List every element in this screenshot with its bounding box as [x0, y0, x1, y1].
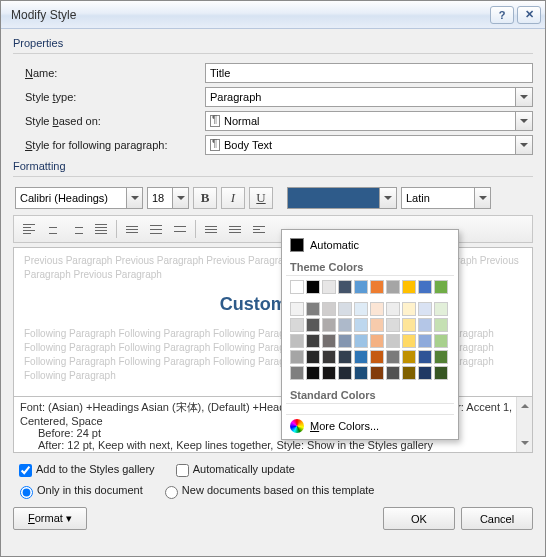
color-swatch[interactable] [354, 350, 368, 364]
scrollbar[interactable] [516, 397, 532, 452]
style-type-select[interactable]: Paragraph [205, 87, 533, 107]
color-swatch[interactable] [290, 280, 304, 294]
align-left-button[interactable] [18, 219, 40, 239]
color-swatch[interactable] [338, 280, 352, 294]
color-swatch[interactable] [322, 302, 336, 316]
color-swatch[interactable] [290, 350, 304, 364]
color-swatch[interactable] [386, 302, 400, 316]
style-type-label: Style type: [25, 91, 205, 103]
bold-button[interactable]: B [193, 187, 217, 209]
new-docs-radio[interactable]: New documents based on this template [160, 484, 375, 496]
font-size-select[interactable]: 18 [147, 187, 189, 209]
color-swatch[interactable] [434, 334, 448, 348]
color-swatch[interactable] [370, 366, 384, 380]
color-swatch[interactable] [290, 366, 304, 380]
color-swatch[interactable] [306, 350, 320, 364]
indent-dec-button[interactable] [248, 219, 270, 239]
color-swatch[interactable] [386, 280, 400, 294]
name-input[interactable]: Title [205, 63, 533, 83]
color-swatch[interactable] [354, 334, 368, 348]
color-swatch[interactable] [338, 318, 352, 332]
more-colors-item[interactable]: More Colors... [286, 414, 454, 435]
underline-button[interactable]: U [249, 187, 273, 209]
color-swatch[interactable] [402, 366, 416, 380]
scroll-down-icon[interactable] [517, 438, 532, 452]
color-swatch[interactable] [434, 350, 448, 364]
color-swatch[interactable] [322, 318, 336, 332]
color-swatch[interactable] [434, 366, 448, 380]
color-swatch[interactable] [418, 334, 432, 348]
help-button[interactable]: ? [490, 6, 514, 24]
italic-button[interactable]: I [221, 187, 245, 209]
line-spacing-1-button[interactable] [121, 219, 143, 239]
script-select[interactable]: Latin [401, 187, 491, 209]
color-swatch[interactable] [370, 280, 384, 294]
color-swatch[interactable] [322, 334, 336, 348]
color-swatch[interactable] [370, 318, 384, 332]
ok-button[interactable]: OK [383, 507, 455, 530]
chevron-down-icon [379, 188, 396, 208]
color-swatch[interactable] [354, 318, 368, 332]
color-swatch[interactable] [322, 280, 336, 294]
color-swatch[interactable] [290, 302, 304, 316]
color-swatch[interactable] [418, 350, 432, 364]
font-color-button[interactable] [287, 187, 397, 209]
color-picker-menu: Automatic Theme Colors Standard Colors M… [281, 229, 459, 440]
color-swatch[interactable] [418, 302, 432, 316]
color-swatch[interactable] [322, 366, 336, 380]
color-swatch[interactable] [290, 334, 304, 348]
line-spacing-2-button[interactable] [169, 219, 191, 239]
color-swatch[interactable] [402, 350, 416, 364]
color-swatch[interactable] [386, 366, 400, 380]
color-swatch[interactable] [434, 302, 448, 316]
color-swatch[interactable] [370, 350, 384, 364]
color-swatch[interactable] [402, 334, 416, 348]
color-swatch[interactable] [290, 318, 304, 332]
color-swatch[interactable] [386, 334, 400, 348]
color-swatch[interactable] [370, 302, 384, 316]
color-swatch[interactable] [306, 366, 320, 380]
color-swatch[interactable] [402, 318, 416, 332]
color-wheel-icon [290, 419, 304, 433]
color-swatch[interactable] [402, 280, 416, 294]
only-this-doc-radio[interactable]: Only in this document [15, 484, 143, 496]
automatic-color-item[interactable]: Automatic [286, 234, 454, 256]
color-swatch[interactable] [434, 318, 448, 332]
color-swatch[interactable] [354, 302, 368, 316]
color-swatch[interactable] [418, 280, 432, 294]
color-swatch[interactable] [402, 302, 416, 316]
color-swatch[interactable] [322, 350, 336, 364]
space-before-inc-button[interactable] [200, 219, 222, 239]
color-swatch[interactable] [338, 366, 352, 380]
color-swatch[interactable] [306, 318, 320, 332]
close-button[interactable]: ✕ [517, 6, 541, 24]
color-swatch[interactable] [386, 318, 400, 332]
name-label: Name: [25, 67, 205, 79]
color-swatch[interactable] [434, 280, 448, 294]
align-center-button[interactable] [42, 219, 64, 239]
based-on-select[interactable]: Normal [205, 111, 533, 131]
following-select[interactable]: Body Text [205, 135, 533, 155]
color-swatch[interactable] [354, 280, 368, 294]
auto-update-checkbox[interactable]: Automatically update [172, 463, 295, 475]
format-button[interactable]: Format ▾ [13, 507, 87, 530]
add-gallery-checkbox[interactable]: Add to the Styles gallery [15, 463, 155, 475]
align-right-button[interactable] [66, 219, 88, 239]
color-swatch[interactable] [338, 350, 352, 364]
color-swatch[interactable] [370, 334, 384, 348]
color-swatch[interactable] [306, 302, 320, 316]
color-swatch[interactable] [354, 366, 368, 380]
color-swatch[interactable] [386, 350, 400, 364]
color-swatch[interactable] [306, 280, 320, 294]
scroll-up-icon[interactable] [517, 397, 532, 411]
color-swatch[interactable] [338, 334, 352, 348]
font-family-select[interactable]: Calibri (Headings) [15, 187, 143, 209]
color-swatch[interactable] [418, 366, 432, 380]
cancel-button[interactable]: Cancel [461, 507, 533, 530]
space-before-dec-button[interactable] [224, 219, 246, 239]
align-justify-button[interactable] [90, 219, 112, 239]
color-swatch[interactable] [418, 318, 432, 332]
color-swatch[interactable] [338, 302, 352, 316]
line-spacing-15-button[interactable] [145, 219, 167, 239]
color-swatch[interactable] [306, 334, 320, 348]
